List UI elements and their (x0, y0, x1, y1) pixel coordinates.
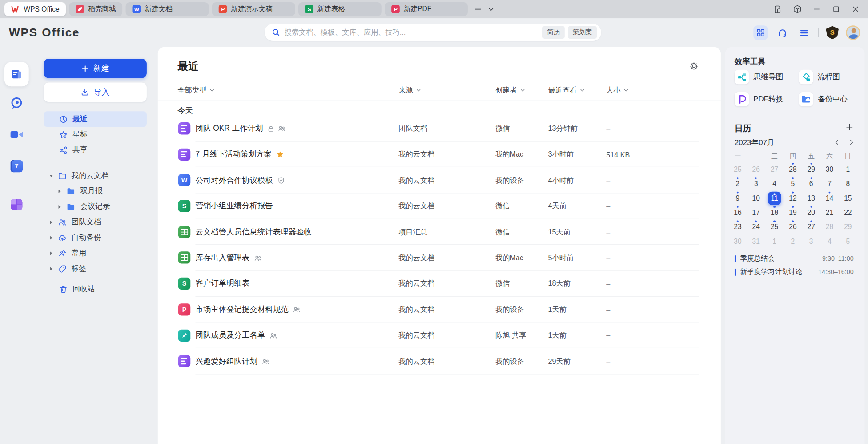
calendar-day[interactable]: 2 (728, 177, 747, 191)
rail-item-documents[interactable] (4, 62, 29, 86)
tab-稻壳商城[interactable]: 稻壳商城 (69, 2, 123, 16)
maximize-icon[interactable] (830, 3, 842, 15)
sidebar-item-最近[interactable]: 最近 (44, 111, 147, 127)
calendar-day[interactable]: 19 (784, 206, 802, 220)
caret-right-icon[interactable] (57, 189, 62, 194)
calendar-add-icon[interactable] (845, 123, 854, 131)
sidebar-tree-item-会议记录[interactable]: 会议记录 (44, 199, 147, 214)
caret-right-icon[interactable] (57, 204, 62, 209)
filter-创建者[interactable]: 创建者 (495, 81, 525, 101)
file-row[interactable]: S营销小组业绩分析报告我的云文档微信4天前– (158, 194, 721, 219)
caret-right-icon[interactable] (49, 220, 54, 225)
calendar-day[interactable]: 7 (820, 177, 839, 191)
member-badge-icon[interactable]: S (826, 26, 839, 40)
calendar-day[interactable]: 24 (747, 220, 765, 234)
import-button[interactable]: 导入 (44, 82, 147, 102)
calendar-day[interactable]: 2 (784, 234, 802, 249)
tab-新建PDF[interactable]: P新建PDF (385, 2, 468, 16)
tool-流程图[interactable]: 流程图 (799, 70, 840, 84)
caret-down-icon[interactable] (49, 173, 54, 178)
sidebar-tree-item-双月报[interactable]: 双月报 (44, 183, 147, 199)
tool-思维导图[interactable]: 思维导图 (735, 70, 784, 84)
mobile-device-icon[interactable] (772, 3, 784, 15)
calendar-day[interactable]: 5 (784, 177, 802, 191)
calendar-event[interactable]: 季度总结会9:30–11:00 (735, 253, 854, 264)
file-row[interactable]: 库存出入管理表我的云文档我的Mac5小时前– (158, 245, 721, 271)
search-bar[interactable]: 简历 策划案 (265, 24, 601, 41)
calendar-day[interactable]: 1 (765, 234, 784, 249)
file-row[interactable]: W公司对外合作协议模板我的云文档我的设备4小时前– (158, 167, 721, 193)
calendar-day[interactable]: 28 (820, 220, 839, 234)
calendar-day[interactable]: 26 (784, 220, 802, 234)
minimize-icon[interactable] (811, 3, 823, 15)
calendar-day[interactable]: 25 (765, 220, 784, 234)
calendar-day[interactable]: 3 (802, 234, 820, 249)
calendar-day[interactable]: 26 (747, 162, 765, 177)
file-row[interactable]: 云文档管人员信息统计表理器验收项目汇总微信15天前– (158, 219, 721, 245)
calendar-day[interactable]: 20 (802, 206, 820, 220)
calendar-day[interactable]: 29 (839, 220, 857, 234)
calendar-day[interactable]: 23 (728, 220, 747, 234)
sidebar-tree-item-常用[interactable]: 常用 (44, 245, 147, 261)
apps-grid-icon[interactable] (753, 25, 768, 40)
calendar-day[interactable]: 17 (747, 206, 765, 220)
calendar-day-selected[interactable]: 11 (765, 191, 784, 205)
file-row[interactable]: P市场主体登记提交材料规范我的云文档我的设备1天前– (158, 297, 721, 323)
workspace-cube-icon[interactable] (791, 3, 803, 15)
tab-新建表格[interactable]: S新建表格 (298, 2, 382, 16)
file-row[interactable]: 7 月线下活动策划方案我的云文档我的Mac3小时前514 KB (158, 141, 721, 167)
calendar-day[interactable]: 30 (820, 162, 839, 177)
new-document-button[interactable]: 新建 (44, 59, 147, 78)
tab-WPS Office[interactable]: WPS Office (4, 2, 66, 16)
search-input[interactable] (285, 28, 539, 36)
sidebar-item-星标[interactable]: 星标 (44, 127, 147, 142)
rail-item-messages[interactable] (10, 97, 23, 110)
sidebar-tree-item-我的云文档[interactable]: 我的云文档 (44, 168, 147, 183)
calendar-day[interactable]: 22 (839, 206, 857, 220)
close-icon[interactable] (849, 3, 861, 15)
calendar-day[interactable]: 4 (765, 177, 784, 191)
calendar-day[interactable]: 16 (728, 206, 747, 220)
sidebar-tree-item-自动备份[interactable]: 自动备份 (44, 230, 147, 246)
calendar-prev-icon[interactable] (834, 139, 840, 145)
calendar-next-icon[interactable] (848, 139, 855, 145)
calendar-day[interactable]: 4 (820, 234, 839, 249)
tab-新建演示文稿[interactable]: P新建演示文稿 (212, 2, 295, 16)
filter-全部类型[interactable]: 全部类型 (178, 81, 215, 101)
sidebar-item-回收站[interactable]: 回收站 (44, 281, 147, 297)
filter-来源[interactable]: 来源 (398, 81, 421, 101)
file-row[interactable]: 兴趣爱好组队计划我的云文档我的设备29天前– (158, 348, 721, 374)
calendar-day[interactable]: 6 (802, 177, 820, 191)
calendar-day[interactable]: 28 (784, 162, 802, 177)
caret-right-icon[interactable] (49, 250, 54, 255)
gear-icon[interactable] (689, 61, 699, 71)
calendar-day[interactable]: 12 (784, 191, 802, 205)
calendar-day[interactable]: 21 (820, 206, 839, 220)
calendar-day[interactable]: 27 (765, 162, 784, 177)
filter-最近查看[interactable]: 最近查看 (548, 81, 585, 101)
calendar-day[interactable]: 15 (839, 191, 857, 205)
calendar-day[interactable]: 8 (839, 177, 857, 191)
rail-item-apps[interactable] (11, 199, 22, 210)
calendar-day[interactable]: 3 (747, 177, 765, 191)
new-tab-button[interactable] (471, 3, 485, 16)
calendar-day[interactable]: 31 (747, 234, 765, 249)
calendar-day[interactable]: 10 (747, 191, 765, 205)
filter-大小[interactable]: 大小 (606, 81, 629, 101)
caret-right-icon[interactable] (49, 235, 54, 240)
search-tag-plan[interactable]: 策划案 (568, 26, 597, 39)
avatar[interactable] (846, 25, 860, 40)
caret-right-icon[interactable] (49, 266, 54, 271)
calendar-day[interactable]: 18 (765, 206, 784, 220)
file-row[interactable]: 团队成员及分工名单我的云文档陈旭 共享1天前– (158, 323, 721, 348)
sidebar-tree-item-标签[interactable]: 标签 (44, 261, 147, 276)
sidebar-tree-item-团队文档[interactable]: 团队文档 (44, 214, 147, 230)
calendar-day[interactable]: 14 (820, 191, 839, 205)
calendar-day[interactable]: 25 (728, 162, 747, 177)
rail-item-meetings[interactable] (9, 129, 24, 141)
support-headset-icon[interactable] (775, 25, 789, 40)
calendar-day[interactable]: 30 (728, 234, 747, 249)
calendar-day[interactable]: 13 (802, 191, 820, 205)
rail-item-calendar[interactable]: 7 (11, 160, 23, 172)
tool-PDF转换[interactable]: PDF转换 (735, 92, 784, 106)
